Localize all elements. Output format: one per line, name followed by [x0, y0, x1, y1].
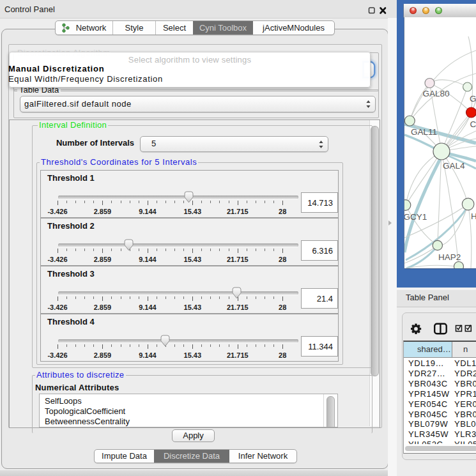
svg-text:GCY1: GCY1	[404, 212, 427, 222]
svg-text:GA: GA	[470, 94, 476, 104]
svg-text:GAL80: GAL80	[423, 89, 450, 98]
svg-text:HAP2: HAP2	[438, 252, 461, 262]
svg-text:GAL11: GAL11	[411, 127, 437, 137]
svg-text:C: C	[470, 119, 476, 129]
svg-text:H: H	[471, 211, 476, 221]
svg-text:GAL4: GAL4	[443, 161, 465, 171]
